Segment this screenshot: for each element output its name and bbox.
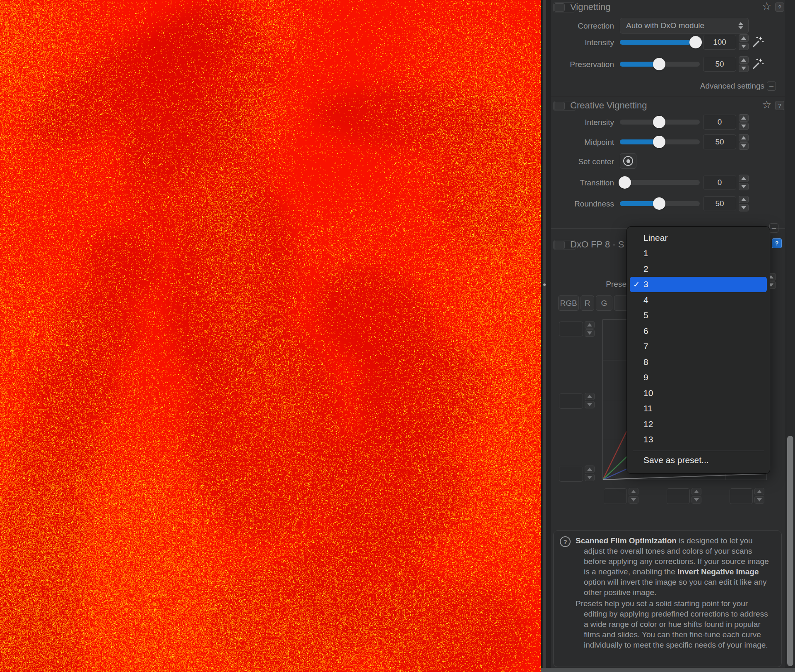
vig-intensity-field[interactable]: 100: [703, 35, 736, 50]
magic-wand-icon[interactable]: [752, 58, 764, 70]
preset-menu-item[interactable]: ✓ 3: [630, 277, 767, 293]
curve-value-stepper[interactable]: [585, 466, 595, 481]
preset-menu-item[interactable]: 10: [630, 385, 767, 401]
target-circle-icon: [623, 156, 633, 166]
preset-menu-item-label: 4: [643, 295, 648, 305]
slider-knob[interactable]: [619, 176, 631, 189]
question-circle-icon: ?: [560, 536, 571, 547]
preset-menu-items: Linear 1 2 ✓ 3 4 5 6: [627, 227, 770, 447]
preset-menu-item[interactable]: 11: [630, 401, 767, 417]
creative-intensity-label: Intensity: [551, 118, 614, 127]
midpoint-slider[interactable]: [620, 139, 700, 144]
divider-handle-dot[interactable]: [543, 283, 546, 286]
curve-point-field[interactable]: [667, 488, 690, 504]
preset-menu-item[interactable]: 5: [630, 308, 767, 324]
preservation-label: Preservation: [551, 60, 614, 69]
preset-menu-item-label: 7: [643, 341, 648, 351]
scrollbar-thumb[interactable]: [787, 436, 793, 666]
preset-menu-item[interactable]: Linear: [630, 230, 767, 246]
favorite-star-icon[interactable]: ☆: [762, 1, 771, 12]
help-bold-sfo: Scanned Film Optimization: [576, 536, 677, 545]
preset-menu-item[interactable]: 13: [630, 432, 767, 448]
help-icon[interactable]: ?: [775, 2, 784, 12]
curve-value-field[interactable]: [559, 466, 583, 482]
slider-knob[interactable]: [689, 36, 702, 48]
curve-point-field[interactable]: [730, 488, 753, 504]
transition-slider[interactable]: [620, 180, 700, 185]
help-icon[interactable]: ?: [775, 101, 784, 110]
collapse-advanced-icon[interactable]: –: [769, 223, 778, 233]
preservation-slider[interactable]: [620, 62, 700, 67]
section-divider: [551, 96, 785, 97]
collapse-advanced-icon[interactable]: –: [767, 82, 776, 91]
curve-point-stepper[interactable]: [691, 488, 701, 504]
correction-dropdown[interactable]: Auto with DxO module: [620, 18, 749, 34]
slider-knob[interactable]: [653, 116, 665, 128]
creative-intensity-field[interactable]: 0: [703, 115, 736, 130]
help-icon-active[interactable]: ?: [772, 238, 782, 248]
panel-scrollbar[interactable]: [785, 0, 795, 668]
creative-intensity-stepper[interactable]: [739, 114, 749, 130]
help-paragraph-1: Scanned Film Optimization is designed to…: [576, 535, 770, 598]
midpoint-stepper[interactable]: [739, 134, 749, 150]
preset-menu-item-label: 11: [643, 403, 653, 413]
curve-value-stepper[interactable]: [585, 393, 595, 408]
preset-menu-item-label: 12: [643, 419, 653, 429]
vig-intensity-label: Intensity: [551, 38, 614, 47]
preset-menu-item-label: 8: [643, 357, 648, 367]
slider-knob[interactable]: [653, 136, 665, 148]
preset-menu-item[interactable]: 7: [630, 339, 767, 355]
preset-menu-item[interactable]: 1: [630, 246, 767, 262]
magic-wand-icon[interactable]: [752, 36, 764, 48]
vig-intensity-slider[interactable]: [620, 40, 700, 45]
preset-menu-item[interactable]: 2: [630, 261, 767, 277]
preset-menu-item[interactable]: 6: [630, 323, 767, 339]
preservation-stepper[interactable]: [739, 56, 749, 72]
correction-label: Correction: [551, 22, 614, 31]
roundness-stepper[interactable]: [739, 196, 749, 211]
slider-knob[interactable]: [653, 58, 665, 70]
preset-menu-item[interactable]: 8: [630, 354, 767, 370]
preset-menu-item-label: 2: [643, 264, 648, 274]
preservation-field[interactable]: 50: [703, 57, 736, 72]
curve-point-field[interactable]: [604, 488, 627, 504]
preset-menu-item-label: 9: [643, 372, 648, 382]
transition-field[interactable]: 0: [703, 175, 736, 190]
curve-point-stepper[interactable]: [754, 488, 764, 504]
curve-value-stepper[interactable]: [585, 321, 595, 337]
preset-menu-item-label: 13: [643, 434, 653, 444]
vig-intensity-stepper[interactable]: [739, 34, 749, 50]
creative-intensity-slider[interactable]: [620, 120, 700, 125]
vignetting-section-title: Vignetting: [570, 2, 610, 12]
transition-label: Transition: [551, 178, 614, 187]
tab-r[interactable]: R: [581, 295, 594, 311]
panel-divider[interactable]: [541, 0, 552, 672]
roundness-field[interactable]: 50: [703, 196, 736, 211]
curve-point-stepper[interactable]: [629, 488, 638, 504]
preset-menu-item-label: 5: [643, 310, 648, 320]
switch-knob: [554, 241, 565, 249]
creative-vignetting-section-title: Creative Vignetting: [570, 100, 647, 111]
preset-menu-item[interactable]: 9: [630, 370, 767, 386]
preset-menu-item[interactable]: 12: [630, 416, 767, 432]
curve-value-field[interactable]: [559, 322, 583, 336]
slider-fill: [620, 40, 700, 45]
preset-menu-item-label: 1: [643, 248, 648, 258]
preset-label: Prese: [563, 280, 626, 289]
midpoint-field[interactable]: 50: [703, 134, 736, 149]
switch-knob: [554, 3, 565, 12]
curve-value-field[interactable]: [559, 393, 583, 409]
set-center-button[interactable]: [620, 153, 636, 169]
roundness-slider[interactable]: [620, 201, 700, 206]
advanced-settings-label[interactable]: Advanced settings: [683, 82, 764, 91]
tab-rgb[interactable]: RGB: [558, 295, 579, 311]
window-bottom-edge: [541, 668, 795, 672]
slider-knob[interactable]: [653, 197, 665, 210]
transition-stepper[interactable]: [739, 175, 749, 190]
favorite-star-icon[interactable]: ☆: [762, 99, 771, 110]
help-bold-invert: Invert Negative Image: [677, 567, 759, 576]
save-as-preset-item[interactable]: Save as preset...: [630, 451, 767, 469]
check-icon: ✓: [633, 280, 642, 289]
preset-menu-item[interactable]: 4: [630, 292, 767, 308]
tab-g[interactable]: G: [596, 295, 612, 311]
